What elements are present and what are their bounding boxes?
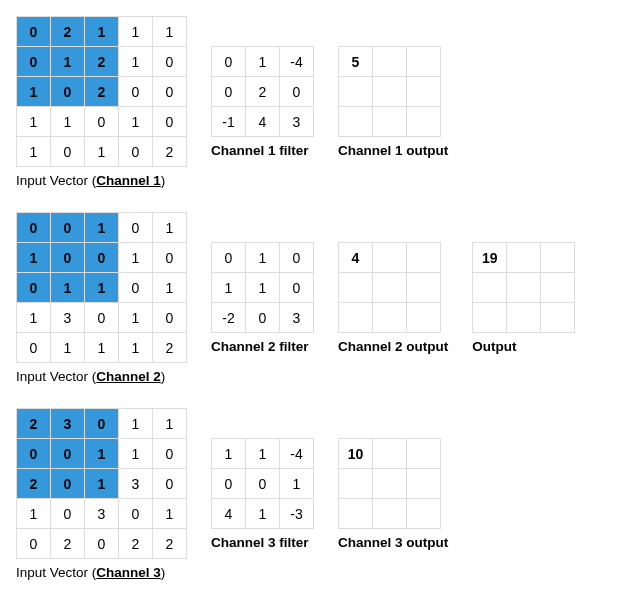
input-cell: 1 — [119, 409, 153, 439]
input-caption-channel-label: Channel 2 — [96, 369, 161, 384]
input-cell: 2 — [17, 409, 51, 439]
input-cell: 0 — [119, 213, 153, 243]
output-caption-channel-3: Channel 3 output — [338, 535, 448, 550]
input-cell: 1 — [119, 47, 153, 77]
input-cell: 3 — [51, 303, 85, 333]
input-cell: 1 — [17, 243, 51, 273]
input-cell: 0 — [153, 469, 187, 499]
output-block-channel-3: 10Channel 3 output — [338, 438, 448, 550]
input-cell: 0 — [85, 107, 119, 137]
input-cell: 0 — [85, 409, 119, 439]
output-cell — [339, 273, 373, 303]
filter-cell: 3 — [280, 303, 314, 333]
output-caption-channel-1: Channel 1 output — [338, 143, 448, 158]
input-cell: 1 — [153, 499, 187, 529]
filter-cell: 1 — [212, 273, 246, 303]
output-cell — [373, 77, 407, 107]
input-cell: 0 — [85, 243, 119, 273]
filter-cell: 0 — [212, 77, 246, 107]
input-cell: 1 — [119, 107, 153, 137]
input-caption-channel-1: Input Vector (Channel 1) — [16, 173, 165, 188]
input-cell: 1 — [85, 469, 119, 499]
input-cell: 0 — [17, 213, 51, 243]
input-grid-channel-3: 2301100110201301030102022 — [16, 408, 187, 559]
filter-cell: 0 — [212, 243, 246, 273]
input-block-channel-2: 0010110010011011301001112Input Vector (C… — [16, 212, 187, 384]
input-cell: 0 — [153, 243, 187, 273]
input-cell: 0 — [17, 47, 51, 77]
input-grid-channel-2: 0010110010011011301001112 — [16, 212, 187, 363]
output-cell — [407, 77, 441, 107]
output-cell — [373, 439, 407, 469]
input-caption-paren-close: ) — [161, 173, 166, 188]
filter-cell: 1 — [212, 439, 246, 469]
output-cell: 5 — [339, 47, 373, 77]
filter-cell: 0 — [246, 303, 280, 333]
output-caption-channel-2: Channel 2 output — [338, 339, 448, 354]
input-cell: 1 — [17, 77, 51, 107]
filter-cell: 0 — [212, 469, 246, 499]
channel-row-2: 0010110010011011301001112Input Vector (C… — [16, 212, 627, 384]
input-cell: 1 — [51, 333, 85, 363]
output-cell — [407, 439, 441, 469]
output-block-channel-1: 5Channel 1 output — [338, 46, 448, 158]
final-output-cell — [507, 273, 541, 303]
output-cell — [407, 499, 441, 529]
input-cell: 3 — [51, 409, 85, 439]
input-cell: 0 — [85, 303, 119, 333]
filter-cell: 0 — [280, 77, 314, 107]
input-cell: 1 — [85, 137, 119, 167]
input-cell: 1 — [85, 439, 119, 469]
input-cell: 1 — [153, 409, 187, 439]
final-output-cell — [507, 303, 541, 333]
output-cell — [407, 469, 441, 499]
filter-cell: 4 — [212, 499, 246, 529]
input-cell: 1 — [85, 213, 119, 243]
input-cell: 2 — [85, 77, 119, 107]
output-cell — [339, 469, 373, 499]
input-cell: 3 — [85, 499, 119, 529]
output-cell: 4 — [339, 243, 373, 273]
input-cell: 2 — [119, 529, 153, 559]
input-cell: 0 — [153, 77, 187, 107]
output-cell — [407, 243, 441, 273]
final-output-caption: Output — [472, 339, 516, 354]
filter-caption-channel-1: Channel 1 filter — [211, 143, 309, 158]
output-block-channel-2: 4Channel 2 output — [338, 242, 448, 354]
filter-cell: 0 — [212, 47, 246, 77]
filter-cell: 0 — [246, 469, 280, 499]
final-output-grid: 19 — [472, 242, 575, 333]
input-cell: 1 — [85, 273, 119, 303]
input-cell: 0 — [153, 107, 187, 137]
input-cell: 0 — [17, 529, 51, 559]
output-cell: 10 — [339, 439, 373, 469]
output-grid-channel-3: 10 — [338, 438, 441, 529]
input-cell: 1 — [119, 439, 153, 469]
filter-grid-channel-3: 11-400141-3 — [211, 438, 314, 529]
output-cell — [339, 303, 373, 333]
input-cell: 0 — [119, 77, 153, 107]
input-caption-paren-close: ) — [161, 369, 166, 384]
input-cell: 0 — [51, 439, 85, 469]
filter-cell: 0 — [280, 273, 314, 303]
output-cell — [373, 469, 407, 499]
filter-cell: 1 — [246, 47, 280, 77]
filter-cell: 1 — [246, 243, 280, 273]
input-cell: 1 — [51, 107, 85, 137]
input-caption-channel-label: Channel 1 — [96, 173, 161, 188]
input-caption-prefix: Input Vector ( — [16, 369, 96, 384]
output-cell — [339, 107, 373, 137]
output-cell — [373, 499, 407, 529]
output-cell — [407, 47, 441, 77]
input-cell: 2 — [153, 529, 187, 559]
filter-caption-channel-2: Channel 2 filter — [211, 339, 309, 354]
input-caption-channel-label: Channel 3 — [96, 565, 161, 580]
filter-block-channel-3: 11-400141-3Channel 3 filter — [211, 438, 314, 550]
input-cell: 0 — [119, 137, 153, 167]
input-cell: 0 — [17, 17, 51, 47]
input-caption-prefix: Input Vector ( — [16, 173, 96, 188]
output-grid-channel-1: 5 — [338, 46, 441, 137]
filter-cell: 1 — [246, 439, 280, 469]
filter-caption-channel-3: Channel 3 filter — [211, 535, 309, 550]
input-caption-paren-close: ) — [161, 565, 166, 580]
